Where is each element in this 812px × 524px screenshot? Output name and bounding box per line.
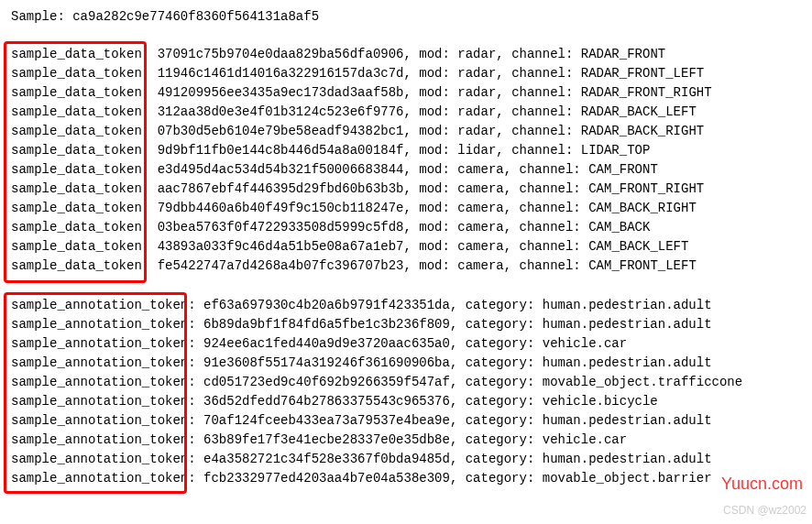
sample-annotation-token: 70af124fceeb433ea73a79537e4bea9e [203, 413, 450, 428]
sample-data-token: 312aa38d0e3e4f01b3124c523e6f9776 [158, 104, 404, 119]
sample-annotation-key-label: sample_annotation_token: [11, 336, 196, 351]
watermark-site: Yuucn.com [721, 472, 803, 497]
category-label: category: [466, 355, 535, 370]
sample-data-token: 491209956ee3435a9ec173dad3aaf58b [158, 85, 404, 100]
mod-label: mod: [419, 143, 450, 158]
mod-value: radar [457, 66, 496, 81]
channel-value: RADAR_FRONT_RIGHT [581, 85, 712, 100]
category-value: human.pedestrian.adult [543, 355, 712, 370]
category-label: category: [466, 298, 535, 312]
mod-label: mod: [419, 181, 450, 196]
sample-data-row: sample_data_token: aac7867ebf4f446395d29… [11, 180, 801, 199]
mod-value: camera [457, 201, 503, 215]
category-label: category: [466, 394, 535, 409]
sample-annotation-token: 91e3608f55174a319246f361690906ba [203, 355, 450, 370]
sample-data-key-label: sample_data_token: [11, 104, 149, 119]
category-value: vehicle.car [543, 432, 627, 447]
sample-data-key-label: sample_data_token: [11, 47, 149, 61]
sample-data-row: sample_data_token: 07b30d5eb6104e79be58e… [11, 122, 801, 141]
sample-annotation-row: sample_annotation_token: 924ee6ac1fed440… [11, 334, 801, 354]
sample-annotation-row: sample_annotation_token: cd051723ed9c40f… [11, 373, 801, 392]
sample-data-token: 03bea5763f0f4722933508d5999c5fd8 [158, 220, 404, 235]
sample-annotation-row: sample_annotation_token: 70af124fceeb433… [11, 411, 801, 431]
sample-data-key-label: sample_data_token: [11, 85, 149, 100]
category-value: movable_object.trafficcone [543, 375, 742, 389]
mod-value: radar [457, 47, 496, 61]
mod-label: mod: [419, 85, 450, 100]
channel-label: channel: [520, 201, 581, 215]
channel-label: channel: [511, 104, 573, 119]
mod-value: lidar [457, 143, 496, 158]
mod-label: mod: [419, 66, 450, 81]
category-value: vehicle.bicycle [543, 394, 658, 409]
category-label: category: [466, 336, 535, 351]
mod-value: camera [457, 239, 503, 254]
sample-data-token: 37091c75b9704e0daa829ba56dfa0906 [158, 47, 404, 61]
sample-annotation-block: sample_annotation_token: ef63a697930c4b2… [11, 296, 801, 488]
channel-label: channel: [511, 143, 573, 158]
mod-label: mod: [419, 162, 450, 177]
mod-value: camera [457, 258, 503, 273]
sample-annotation-key-label: sample_annotation_token: [11, 471, 196, 486]
channel-label: channel: [511, 85, 573, 100]
sample-data-row: sample_data_token: e3d495d4ac534d54b321f… [11, 160, 801, 180]
sample-annotation-key-label: sample_annotation_token: [11, 432, 196, 447]
channel-value: RADAR_FRONT_LEFT [581, 66, 704, 81]
channel-value: CAM_BACK_LEFT [588, 239, 688, 254]
category-value: vehicle.car [543, 336, 627, 351]
sample-data-token: 11946c1461d14016a322916157da3c7d [158, 66, 404, 81]
channel-value: CAM_BACK_RIGHT [588, 201, 697, 215]
sample-annotation-row: sample_annotation_token: fcb2332977ed420… [11, 469, 801, 488]
sample-data-token: e3d495d4ac534d54b321f50006683844 [158, 162, 404, 177]
sample-data-token: 9d9bf11fb0e144c8b446d54a8a00184f [158, 143, 404, 158]
category-value: human.pedestrian.adult [543, 413, 712, 428]
sample-data-row: sample_data_token: fe5422747a7d4268a4b07… [11, 257, 801, 276]
sample-annotation-row: sample_annotation_token: ef63a697930c4b2… [11, 296, 801, 315]
sample-label: Sample: [11, 9, 65, 24]
sample-annotation-key-label: sample_annotation_token: [11, 413, 196, 428]
mod-label: mod: [419, 201, 450, 215]
category-label: category: [466, 471, 535, 486]
category-value: movable_object.barrier [543, 471, 712, 486]
mod-label: mod: [419, 104, 450, 119]
channel-label: channel: [520, 181, 581, 196]
sample-data-key-label: sample_data_token: [11, 181, 149, 196]
channel-label: channel: [520, 239, 581, 254]
sample-annotation-token: ef63a697930c4b20a6b9791f423351da [203, 298, 450, 312]
category-value: human.pedestrian.adult [543, 317, 712, 332]
sample-data-block: sample_data_token: 37091c75b9704e0daa829… [11, 45, 801, 276]
sample-annotation-token: e4a3582721c34f528e3367f0bda9485d [203, 452, 450, 466]
mod-value: radar [457, 124, 496, 138]
mod-label: mod: [419, 239, 450, 254]
channel-label: channel: [511, 47, 573, 61]
channel-value: CAM_FRONT [588, 162, 658, 177]
channel-label: channel: [520, 162, 581, 177]
sample-data-row: sample_data_token: 491209956ee3435a9ec17… [11, 83, 801, 103]
sample-data-token: aac7867ebf4f446395d29fbd60b63b3b [158, 181, 404, 196]
sample-data-token: 07b30d5eb6104e79be58eadf94382bc1 [158, 124, 404, 138]
sample-annotation-row: sample_annotation_token: 6b89da9bf1f84fd… [11, 315, 801, 334]
watermark-credit: CSDN @wz2002 [723, 502, 807, 519]
sample-data-token: 43893a033f9c46d4a51b5e08a67a1eb7 [158, 239, 404, 254]
sample-data-key-label: sample_data_token: [11, 220, 149, 235]
mod-label: mod: [419, 220, 450, 235]
channel-value: RADAR_BACK_LEFT [581, 104, 697, 119]
category-label: category: [466, 317, 535, 332]
category-label: category: [466, 375, 535, 389]
sample-data-key-label: sample_data_token: [11, 239, 149, 254]
channel-label: channel: [520, 258, 581, 273]
sample-annotation-row: sample_annotation_token: 63b89fe17f3e41e… [11, 431, 801, 450]
sample-annotation-token: 63b89fe17f3e41ecbe28337e0e35db8e [203, 432, 450, 447]
sample-annotation-row: sample_annotation_token: e4a3582721c34f5… [11, 450, 801, 469]
sample-data-row: sample_data_token: 43893a033f9c46d4a51b5… [11, 237, 801, 257]
sample-data-key-label: sample_data_token: [11, 124, 149, 138]
sample-annotation-key-label: sample_annotation_token: [11, 394, 196, 409]
sample-data-key-label: sample_data_token: [11, 143, 149, 158]
category-label: category: [466, 413, 535, 428]
sample-data-key-label: sample_data_token: [11, 258, 149, 273]
sample-data-key-label: sample_data_token: [11, 201, 149, 215]
sample-data-row: sample_data_token: 03bea5763f0f472293350… [11, 218, 801, 237]
sample-annotation-key-label: sample_annotation_token: [11, 452, 196, 466]
channel-label: channel: [520, 220, 581, 235]
mod-value: camera [457, 162, 503, 177]
